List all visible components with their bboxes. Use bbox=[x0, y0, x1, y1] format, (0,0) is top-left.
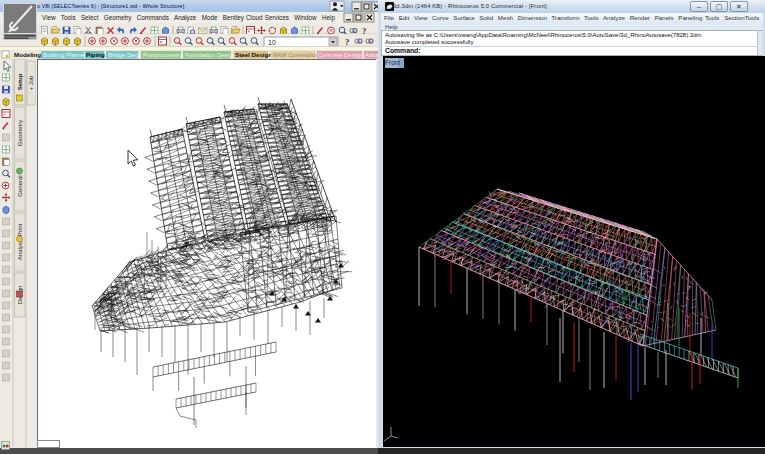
svg-text:Postprocessing: Postprocessing bbox=[143, 52, 184, 58]
svg-text:Modeling: Modeling bbox=[14, 51, 41, 58]
svg-text:+ Job: + Job bbox=[28, 75, 34, 91]
svg-text:Foundation Design: Foundation Design bbox=[185, 52, 235, 58]
svg-text:Bridge Deck: Bridge Deck bbox=[108, 52, 142, 58]
svg-text:Geometry: Geometry bbox=[17, 120, 23, 146]
svg-text:RAM Connection: RAM Connection bbox=[273, 52, 318, 58]
svg-text:Advan: Advan bbox=[365, 52, 378, 58]
svg-text:?: ? bbox=[345, 37, 350, 47]
svg-text:General: General bbox=[17, 175, 23, 196]
svg-text:Concrete Design: Concrete Design bbox=[318, 52, 363, 58]
svg-text:Steel Design: Steel Design bbox=[235, 51, 272, 58]
svg-text:Setup: Setup bbox=[17, 73, 23, 90]
svg-text:Building Planner: Building Planner bbox=[43, 52, 87, 58]
svg-text:10: 10 bbox=[268, 39, 276, 46]
svg-text:Piping: Piping bbox=[86, 51, 105, 58]
